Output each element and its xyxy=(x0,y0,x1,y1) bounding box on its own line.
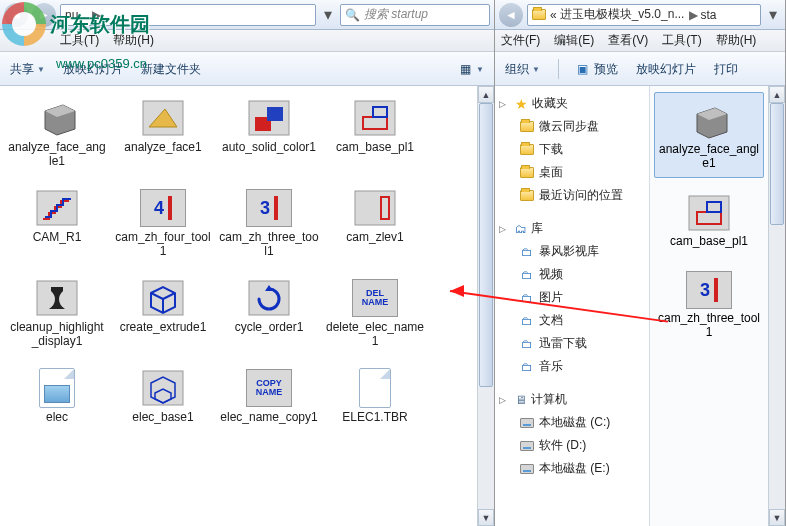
breadcrumb-seg[interactable]: sta xyxy=(700,8,716,22)
explorer-window-right: ◄ « 进玉电极模块_v5.0_n... ▶ sta ▾ 文件(F) 编辑(E)… xyxy=(495,0,786,526)
tree-group-header[interactable]: ▷ 🗂 库 xyxy=(497,217,647,240)
tree-item[interactable]: 最近访问的位置 xyxy=(497,184,647,207)
file-icon: 4 xyxy=(138,187,188,229)
file-item-cam_zh_three_tool1[interactable]: 3cam_zh_three_tool1 xyxy=(654,261,764,347)
tree-group-label: 库 xyxy=(531,220,543,237)
library-icon: 🗀 xyxy=(519,244,535,260)
library-icon: 🗀 xyxy=(519,267,535,283)
scroll-up-button[interactable]: ▲ xyxy=(769,86,785,103)
tree-item[interactable]: 本地磁盘 (C:) xyxy=(497,411,647,434)
file-list: analyze_face_angle1cam_base_pl13cam_zh_t… xyxy=(650,86,768,526)
tree-item-label: 软件 (D:) xyxy=(539,437,586,454)
tree-item[interactable]: 🗀暴风影视库 xyxy=(497,240,647,263)
address-history-button[interactable]: ▾ xyxy=(765,4,781,26)
library-icon: 🗀 xyxy=(519,313,535,329)
tree-item[interactable]: 🗀音乐 xyxy=(497,355,647,378)
file-label: ELEC1.TBR xyxy=(342,411,407,425)
tree-item[interactable]: 🗀文档 xyxy=(497,309,647,332)
tree-item[interactable]: 🗀迅雷下载 xyxy=(497,332,647,355)
file-icon xyxy=(350,187,400,229)
cmd-new-folder[interactable]: 新建文件夹 xyxy=(141,61,201,78)
file-label: elec_name_copy1 xyxy=(220,411,317,425)
disk-icon xyxy=(519,415,535,431)
file-label: CAM_R1 xyxy=(33,231,82,245)
libraries-icon: 🗂 xyxy=(515,222,527,236)
scroll-down-button[interactable]: ▼ xyxy=(769,509,785,526)
file-item-delete_elec_name1[interactable]: DELNAMEdelete_elec_name1 xyxy=(322,274,428,364)
file-item-analyze_face_angle1[interactable]: analyze_face_angle1 xyxy=(654,92,764,178)
vertical-scrollbar[interactable]: ▲ ▼ xyxy=(477,86,494,526)
search-input[interactable]: 🔍 搜索 startup xyxy=(340,4,490,26)
nav-back-button[interactable]: ◄ xyxy=(499,3,523,27)
address-history-button[interactable]: ▾ xyxy=(320,4,336,26)
view-mode-button[interactable]: ▦▼ xyxy=(460,62,484,76)
cmd-preview[interactable]: ▣预览 xyxy=(577,61,618,78)
tree-item[interactable]: 软件 (D:) xyxy=(497,434,647,457)
vertical-scrollbar[interactable]: ▲ ▼ xyxy=(768,86,785,526)
svg-rect-6 xyxy=(267,107,283,121)
expand-icon: ▷ xyxy=(499,224,511,234)
file-item-cam_zlev1[interactable]: cam_zlev1 xyxy=(322,184,428,274)
menu-tools[interactable]: 工具(T) xyxy=(662,32,701,49)
menu-view[interactable]: 查看(V) xyxy=(608,32,648,49)
tree-item[interactable]: 下载 xyxy=(497,138,647,161)
file-item-cam_base_pl1[interactable]: cam_base_pl1 xyxy=(654,184,764,256)
file-label: analyze_face_angle1 xyxy=(657,143,761,171)
file-icon xyxy=(32,367,82,409)
scroll-up-button[interactable]: ▲ xyxy=(478,86,494,103)
cmd-share[interactable]: 共享▼ xyxy=(10,61,45,78)
file-item-cam_zh_three_tool1[interactable]: 3cam_zh_three_tool1 xyxy=(216,184,322,274)
file-item-elec_base1[interactable]: elec_base1 xyxy=(110,364,216,454)
file-item-CAM_R1[interactable]: CAM_R1 xyxy=(4,184,110,274)
folder-icon xyxy=(519,165,535,181)
file-item-cam_base_pl1[interactable]: cam_base_pl1 xyxy=(322,94,428,184)
file-label: cam_base_pl1 xyxy=(336,141,414,155)
cmd-print[interactable]: 打印 xyxy=(714,61,738,78)
file-item-cam_zh_four_tool1[interactable]: 4cam_zh_four_tool1 xyxy=(110,184,216,274)
menu-help[interactable]: 帮助(H) xyxy=(716,32,757,49)
tree-group-header[interactable]: ▷ 🖥 计算机 xyxy=(497,388,647,411)
file-label: cam_zh_three_tool1 xyxy=(219,231,319,259)
file-label: auto_solid_color1 xyxy=(222,141,316,155)
tree-item[interactable]: 桌面 xyxy=(497,161,647,184)
file-item-cleanup_highlight_display1[interactable]: cleanup_highlight_display1 xyxy=(4,274,110,364)
tree-item[interactable]: 本地磁盘 (E:) xyxy=(497,457,647,480)
tree-group-header[interactable]: ▷ ★ 收藏夹 xyxy=(497,92,647,115)
search-icon: 🔍 xyxy=(345,8,360,22)
file-item-cycle_order1[interactable]: cycle_order1 xyxy=(216,274,322,364)
expand-icon: ▷ xyxy=(499,99,511,109)
expand-icon: ▷ xyxy=(499,395,511,405)
navigation-tree: ▷ ★ 收藏夹 微云同步盘下载桌面最近访问的位置 ▷ 🗂 库 🗀暴风影视库🗀视频… xyxy=(495,86,650,526)
file-item-elec[interactable]: elec xyxy=(4,364,110,454)
folder-icon xyxy=(519,188,535,204)
file-icon: COPYNAME xyxy=(244,367,294,409)
file-item-analyze_face_angle1[interactable]: analyze_face_angle1 xyxy=(4,94,110,184)
cmd-slideshow[interactable]: 放映幻灯片 xyxy=(636,61,696,78)
file-item-auto_solid_color1[interactable]: auto_solid_color1 xyxy=(216,94,322,184)
file-label: elec_base1 xyxy=(132,411,193,425)
file-item-ELEC1_TBR[interactable]: ELEC1.TBR xyxy=(322,364,428,454)
tree-item[interactable]: 🗀视频 xyxy=(497,263,647,286)
file-item-create_extrude1[interactable]: create_extrude1 xyxy=(110,274,216,364)
scroll-down-button[interactable]: ▼ xyxy=(478,509,494,526)
file-item-analyze_face1[interactable]: analyze_face1 xyxy=(110,94,216,184)
tree-item[interactable]: 微云同步盘 xyxy=(497,115,647,138)
menu-file[interactable]: 文件(F) xyxy=(501,32,540,49)
menu-edit[interactable]: 编辑(E) xyxy=(554,32,594,49)
file-icon: DELNAME xyxy=(350,277,400,319)
address-input[interactable]: « 进玉电极模块_v5.0_n... ▶ sta xyxy=(527,4,761,26)
tree-item-label: 本地磁盘 (C:) xyxy=(539,414,610,431)
breadcrumb-prefix-icon[interactable]: « xyxy=(550,8,557,22)
tree-item-label: 迅雷下载 xyxy=(539,335,587,352)
svg-rect-20 xyxy=(143,371,183,405)
file-icon xyxy=(687,99,731,143)
explorer-window-left: ◄ ► nu… ▶ ▾ 🔍 搜索 startup 工具(T) 帮助(H) 共享▼… xyxy=(0,0,495,526)
breadcrumb-seg[interactable]: 进玉电极模块_v5.0_n... xyxy=(560,6,685,23)
tree-item[interactable]: 🗀图片 xyxy=(497,286,647,309)
file-label: cycle_order1 xyxy=(235,321,304,335)
cmd-organize[interactable]: 组织▼ xyxy=(505,61,540,78)
tree-group: ▷ ★ 收藏夹 微云同步盘下载桌面最近访问的位置 xyxy=(497,92,647,207)
command-bar: 组织▼ ▣预览 放映幻灯片 打印 xyxy=(495,52,785,86)
file-item-elec_name_copy1[interactable]: COPYNAMEelec_name_copy1 xyxy=(216,364,322,454)
file-list: analyze_face_angle1analyze_face1auto_sol… xyxy=(0,86,477,526)
